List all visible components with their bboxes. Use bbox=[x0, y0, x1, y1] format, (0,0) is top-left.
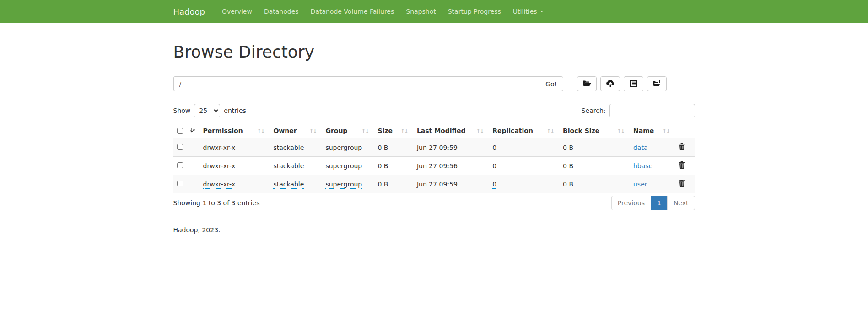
main-content: Browse Directory Go! bbox=[173, 43, 695, 234]
sort-icon bbox=[257, 127, 266, 134]
directory-link-data[interactable]: data bbox=[633, 144, 648, 151]
folder-open-icon bbox=[582, 80, 591, 88]
last-modified-value: Jun 27 09:59 bbox=[417, 144, 458, 151]
header-permission[interactable]: Permission bbox=[199, 123, 270, 138]
sort-icon bbox=[546, 127, 555, 134]
owner-value[interactable]: stackable bbox=[273, 162, 304, 170]
pagination-page-1[interactable]: 1 bbox=[651, 196, 668, 210]
nav-item-startup-progress[interactable]: Startup Progress bbox=[442, 0, 507, 23]
navbar-links: Overview Datanodes Datanode Volume Failu… bbox=[216, 0, 550, 23]
block-size-value: 0 B bbox=[563, 181, 573, 188]
size-value: 0 B bbox=[377, 181, 388, 188]
entries-label: entries bbox=[224, 107, 246, 114]
delete-button[interactable] bbox=[679, 143, 685, 152]
search-input[interactable] bbox=[609, 104, 695, 117]
file-actions-toolbar bbox=[577, 76, 667, 91]
sort-icon bbox=[309, 127, 318, 134]
table-row: drwxr-xr-x stackable supergroup 0 B Jun … bbox=[173, 175, 695, 193]
table-row: drwxr-xr-x stackable supergroup 0 B Jun … bbox=[173, 157, 695, 175]
block-size-value: 0 B bbox=[563, 144, 573, 151]
sort-icon bbox=[617, 127, 626, 134]
search-control: Search: bbox=[582, 104, 695, 117]
nav-item-overview[interactable]: Overview bbox=[216, 0, 258, 23]
permission-value[interactable]: drwxr-xr-x bbox=[203, 181, 236, 189]
brand-hadoop[interactable]: Hadoop bbox=[173, 7, 205, 16]
navbar-inner: Hadoop Overview Datanodes Datanode Volum… bbox=[173, 0, 695, 23]
last-modified-value: Jun 27 09:59 bbox=[417, 181, 458, 188]
header-owner[interactable]: Owner bbox=[270, 123, 322, 138]
size-value: 0 B bbox=[377, 144, 388, 151]
header-replication[interactable]: Replication bbox=[489, 123, 559, 138]
entries-info: Showing 1 to 3 of 3 entries bbox=[173, 199, 260, 207]
replication-value[interactable]: 0 bbox=[492, 162, 496, 170]
sort-icon bbox=[476, 127, 485, 134]
replication-value[interactable]: 0 bbox=[492, 181, 496, 189]
pagination-previous[interactable]: Previous bbox=[611, 196, 651, 210]
header-block-size[interactable]: Block Size bbox=[559, 123, 630, 138]
upload-file-button[interactable] bbox=[600, 76, 620, 91]
row-checkbox[interactable] bbox=[177, 162, 183, 168]
block-size-value: 0 B bbox=[563, 162, 573, 170]
list-alt-icon bbox=[630, 80, 637, 88]
size-value: 0 B bbox=[377, 162, 388, 170]
footer-text: Hadoop, 2023. bbox=[173, 226, 695, 234]
directory-listing-table: Permission Owner Group Size Last Modifie… bbox=[173, 123, 695, 193]
replication-value[interactable]: 0 bbox=[492, 144, 496, 152]
table-header-row: Permission Owner Group Size Last Modifie… bbox=[173, 123, 695, 138]
trash-icon bbox=[679, 161, 685, 170]
page-length-control: Show 25 entries bbox=[173, 104, 246, 117]
create-directory-button[interactable] bbox=[577, 76, 597, 91]
owner-value[interactable]: stackable bbox=[273, 181, 304, 189]
search-label: Search: bbox=[582, 107, 606, 114]
page-header: Browse Directory bbox=[173, 43, 695, 66]
entries-per-page-select[interactable]: 25 bbox=[194, 104, 220, 117]
header-group[interactable]: Group bbox=[322, 123, 374, 138]
table-row: drwxr-xr-x stackable supergroup 0 B Jun … bbox=[173, 138, 695, 157]
move-paste-button[interactable] bbox=[647, 76, 667, 91]
nav-item-datanode-volume-failures[interactable]: Datanode Volume Failures bbox=[305, 0, 400, 23]
sort-icon bbox=[361, 127, 370, 134]
table-controls: Show 25 entries Search: bbox=[173, 104, 695, 117]
permission-value[interactable]: drwxr-xr-x bbox=[203, 144, 236, 152]
row-checkbox[interactable] bbox=[177, 144, 183, 150]
nav-item-datanodes[interactable]: Datanodes bbox=[258, 0, 305, 23]
header-name[interactable]: Name bbox=[630, 123, 675, 138]
header-actions bbox=[675, 123, 695, 138]
header-size[interactable]: Size bbox=[374, 123, 413, 138]
select-all-checkbox[interactable] bbox=[177, 128, 183, 134]
delete-button[interactable] bbox=[679, 161, 685, 170]
directory-link-hbase[interactable]: hbase bbox=[633, 162, 652, 170]
group-value[interactable]: supergroup bbox=[325, 162, 362, 170]
pagination-next[interactable]: Next bbox=[667, 196, 695, 210]
last-modified-value: Jun 27 09:56 bbox=[417, 162, 458, 170]
trash-icon bbox=[679, 180, 685, 188]
row-checkbox[interactable] bbox=[177, 181, 183, 186]
trash-icon bbox=[679, 143, 685, 152]
nav-item-utilities-label: Utilities bbox=[513, 8, 537, 15]
folder-move-icon bbox=[652, 80, 661, 88]
top-navbar: Hadoop Overview Datanodes Datanode Volum… bbox=[0, 0, 868, 23]
sort-icon bbox=[662, 127, 671, 134]
owner-value[interactable]: stackable bbox=[273, 144, 304, 152]
directory-path-input[interactable] bbox=[173, 76, 539, 91]
path-bar: Go! bbox=[173, 76, 695, 91]
table-footer-controls: Showing 1 to 3 of 3 entries Previous 1 N… bbox=[173, 199, 695, 207]
footer-divider bbox=[173, 218, 695, 218]
go-button[interactable]: Go! bbox=[539, 76, 563, 91]
permission-value[interactable]: drwxr-xr-x bbox=[203, 162, 236, 170]
pagination: Previous 1 Next bbox=[611, 199, 695, 207]
group-value[interactable]: supergroup bbox=[325, 181, 362, 189]
set-quota-button[interactable] bbox=[624, 76, 643, 91]
delete-button[interactable] bbox=[679, 180, 685, 188]
header-last-modified[interactable]: Last Modified bbox=[413, 123, 489, 138]
nav-item-snapshot[interactable]: Snapshot bbox=[400, 0, 442, 23]
group-value[interactable]: supergroup bbox=[325, 144, 362, 152]
path-input-group: Go! bbox=[173, 76, 564, 91]
cloud-upload-icon bbox=[606, 80, 615, 88]
directory-link-user[interactable]: user bbox=[633, 181, 647, 188]
show-label: Show bbox=[173, 107, 191, 114]
nav-item-utilities-dropdown[interactable]: Utilities bbox=[507, 0, 550, 23]
header-select-all[interactable] bbox=[173, 123, 199, 138]
page-title: Browse Directory bbox=[173, 43, 695, 61]
caret-down-icon bbox=[540, 11, 544, 12]
